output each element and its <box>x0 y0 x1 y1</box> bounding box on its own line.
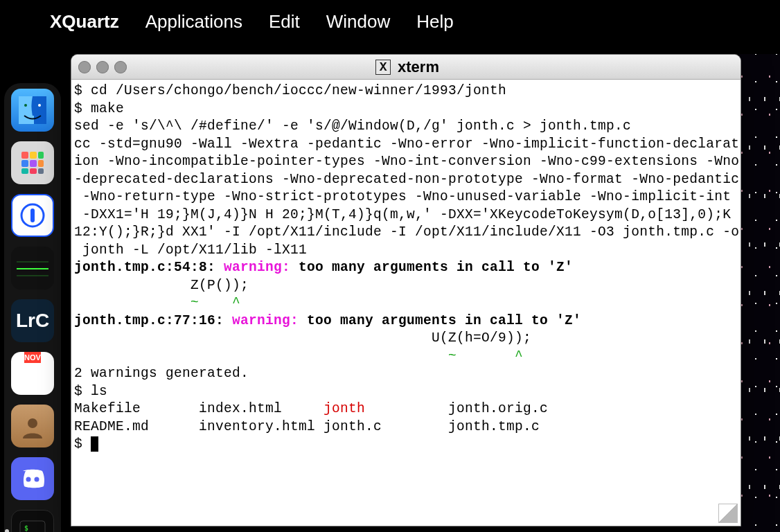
warning-message: too many arguments in call to 'Z' <box>299 313 581 328</box>
calendar-day: 9 <box>27 363 39 395</box>
calendar-month: NOV <box>24 352 41 363</box>
svg-text:$_: $_ <box>24 524 33 532</box>
warning-message: too many arguments in call to 'Z' <box>290 260 573 275</box>
warning-code: Z(P()); <box>74 278 249 293</box>
svg-rect-9 <box>30 168 37 174</box>
dock-finder-icon[interactable] <box>11 89 54 132</box>
window-title: xterm <box>398 58 439 76</box>
warning-code: U(Z(h=O/9)); <box>74 330 531 346</box>
terminal-viewport[interactable]: $ cd /Users/chongo/bench/ioccc/new-winne… <box>71 80 741 526</box>
traffic-light-close[interactable] <box>78 61 91 73</box>
warning-location: jonth.tmp.c:77:16: <box>74 313 232 328</box>
make-output: -Wno-return-type -Wno-strict-prototypes … <box>74 189 739 204</box>
xterm-window: X xterm $ cd /Users/chongo/bench/ioccc/n… <box>71 54 741 526</box>
warning-label: warning: <box>224 260 290 275</box>
dock-discord-icon[interactable] <box>11 457 54 500</box>
prompt: $ <box>74 384 82 399</box>
make-output: -deprecated-declarations -Wno-deprecated… <box>74 172 739 187</box>
svg-point-1 <box>38 104 41 107</box>
svg-point-13 <box>28 418 37 428</box>
dock-contacts-icon[interactable] <box>11 405 54 447</box>
ls-entry: jonth.tmp.c <box>448 419 540 434</box>
make-output: cc -std=gnu90 -Wall -Wextra -pedantic -W… <box>74 136 739 152</box>
svg-rect-7 <box>38 160 44 167</box>
ls-entry: jonth.c <box>323 418 448 436</box>
make-output: 12:Y();}R;}d XX1' -I /opt/X11/include -I… <box>74 224 739 240</box>
dock-launchpad-icon[interactable] <box>11 141 54 184</box>
prompt: $ <box>74 83 82 98</box>
svg-rect-8 <box>21 168 28 174</box>
traffic-light-minimize[interactable] <box>96 61 109 73</box>
make-output: -DXX1='H 19;}M(J,4)}N H 20;}M(T,4)}q(m,w… <box>74 207 739 222</box>
ls-entry: jonth.orig.c <box>448 401 548 416</box>
ls-entry: index.html <box>199 400 323 418</box>
make-output: sed -e 's/\^\ /#define/' -e 's/@/Window(… <box>74 118 631 134</box>
dock-1password-icon[interactable] <box>11 194 54 237</box>
svg-rect-3 <box>30 152 37 159</box>
warning-caret: ~ ^ <box>74 348 523 364</box>
terminal-cursor <box>91 436 98 452</box>
dock-activity-monitor-icon[interactable] <box>11 247 54 290</box>
svg-rect-4 <box>38 152 44 159</box>
warning-caret: ~ ^ <box>74 295 240 310</box>
svg-rect-10 <box>38 168 44 174</box>
warning-summary: 2 warnings generated. <box>74 366 249 381</box>
prompt: $ <box>74 436 82 452</box>
make-output: jonth -L /opt/X11/lib -lX11 <box>74 242 307 258</box>
dock: LrC NOV 9 $_ <box>4 83 65 528</box>
menubar: XQuartz Applications Edit Window Help <box>0 0 780 43</box>
cmd-ls: ls <box>91 384 107 399</box>
app-menu[interactable]: XQuartz <box>50 11 119 33</box>
running-indicator <box>5 529 9 532</box>
prompt: $ <box>74 101 82 116</box>
warning-label: warning: <box>232 313 299 328</box>
desktop-background <box>738 54 780 532</box>
ls-entry: inventory.html <box>199 418 323 436</box>
titlebar[interactable]: X xterm <box>71 55 741 80</box>
svg-rect-5 <box>21 160 28 167</box>
menu-window[interactable]: Window <box>326 11 390 33</box>
make-output: ion -Wno-incompatible-pointer-types -Wno… <box>74 154 739 169</box>
svg-rect-12 <box>30 209 35 222</box>
cmd-make: make <box>91 101 124 116</box>
resize-handle[interactable] <box>718 504 738 523</box>
ls-entry: README.md <box>74 418 199 436</box>
svg-point-15 <box>35 477 39 482</box>
traffic-light-zoom[interactable] <box>114 61 127 73</box>
dock-calendar-icon[interactable]: NOV 9 <box>11 352 54 395</box>
svg-point-14 <box>26 477 31 482</box>
svg-point-0 <box>24 104 27 107</box>
dock-terminal-icon[interactable]: $_ <box>11 510 54 532</box>
menu-edit[interactable]: Edit <box>269 11 300 33</box>
ls-entry: Makefile <box>74 400 199 418</box>
cmd-cd: cd /Users/chongo/bench/ioccc/new-winner/… <box>91 83 506 98</box>
svg-rect-6 <box>30 160 37 167</box>
dock-lightroom-icon[interactable]: LrC <box>11 299 54 342</box>
menu-applications[interactable]: Applications <box>145 11 242 33</box>
ls-entry-executable: jonth <box>323 400 448 418</box>
warning-location: jonth.tmp.c:54:8: <box>74 260 224 275</box>
svg-rect-2 <box>21 152 28 159</box>
menu-help[interactable]: Help <box>416 11 453 33</box>
x11-icon: X <box>375 60 391 75</box>
